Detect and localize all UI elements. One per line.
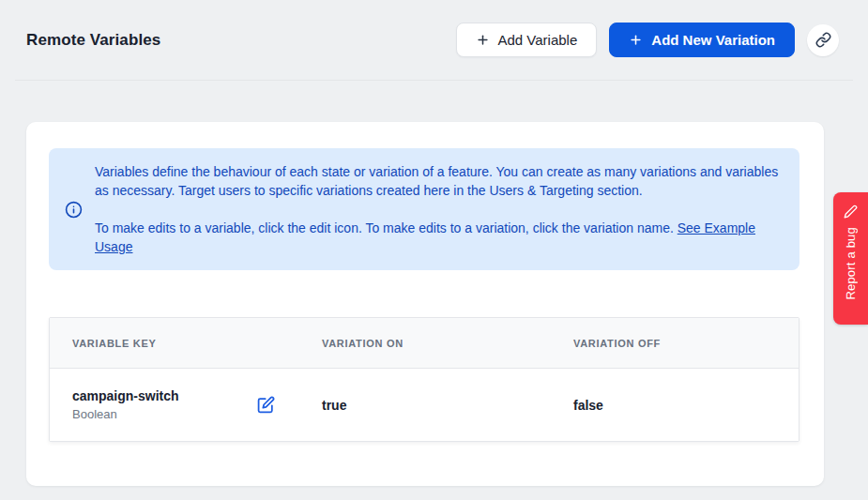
copy-link-button[interactable] — [807, 24, 839, 56]
add-variable-button[interactable]: Add Variable — [456, 23, 598, 57]
header-actions: Add Variable Add New Variation — [456, 23, 839, 57]
table-row: campaign-switch Boolean true false — [50, 369, 799, 441]
variables-table: VARIABLE KEY VARIATION ON VARIATION OFF … — [49, 317, 799, 442]
add-new-variation-label: Add New Variation — [651, 32, 775, 48]
variation-off-value: false — [551, 398, 799, 413]
edit-icon — [257, 396, 275, 414]
report-a-bug-button[interactable]: Report a bug — [833, 192, 868, 325]
variable-key-block: campaign-switch Boolean — [72, 388, 179, 421]
page-header: Remote Variables Add Variable Add New Va… — [15, 0, 853, 81]
add-variable-label: Add Variable — [498, 32, 578, 48]
report-a-bug-label: Report a bug — [844, 227, 858, 300]
variable-type: Boolean — [72, 407, 179, 421]
table-header-row: VARIABLE KEY VARIATION ON VARIATION OFF — [50, 318, 799, 369]
column-header-variation-off: VARIATION OFF — [551, 338, 799, 349]
page-title: Remote Variables — [26, 31, 160, 50]
add-new-variation-button[interactable]: Add New Variation — [609, 23, 795, 57]
info-paragraph-1: Variables define the behaviour of each s… — [95, 162, 783, 200]
info-paragraph-2: To make edits to a variable, click the e… — [95, 219, 783, 256]
column-header-variation-on: VARIATION ON — [299, 338, 551, 349]
pencil-icon — [844, 205, 858, 219]
edit-variable-button[interactable] — [257, 396, 275, 414]
chain-link-icon — [815, 32, 831, 48]
info-icon — [65, 201, 83, 219]
variation-on-value: true — [299, 398, 551, 413]
plus-icon — [476, 33, 490, 47]
plus-icon — [629, 33, 643, 47]
column-header-variable-key: VARIABLE KEY — [50, 338, 299, 349]
info-text: Variables define the behaviour of each s… — [95, 162, 783, 256]
variable-key-cell: campaign-switch Boolean — [50, 388, 299, 421]
info-paragraph-2-text: To make edits to a variable, click the e… — [95, 220, 674, 235]
variables-card: Variables define the behaviour of each s… — [26, 122, 824, 486]
info-callout: Variables define the behaviour of each s… — [49, 148, 799, 270]
variable-key: campaign-switch — [72, 388, 179, 403]
